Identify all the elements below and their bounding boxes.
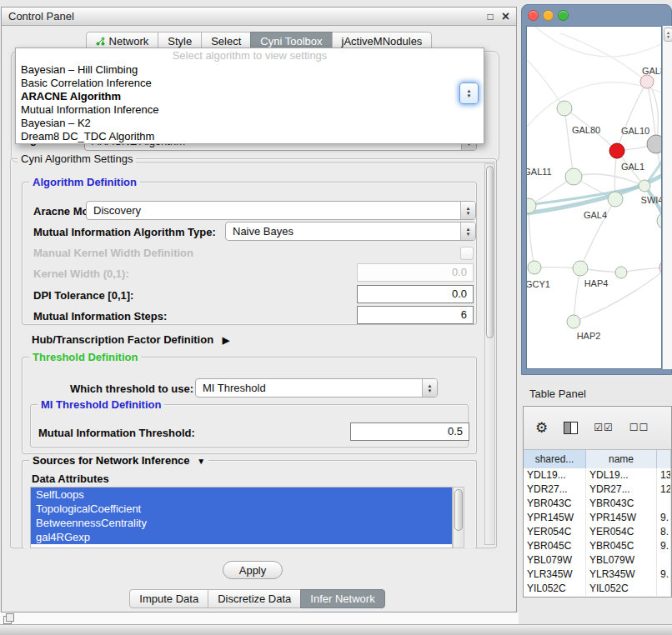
- table-cell[interactable]: YER054C: [586, 525, 657, 539]
- control-panel-titlebar: Control Panel □ ×: [2, 8, 516, 26]
- minimize-traffic-light[interactable]: [543, 10, 554, 21]
- network-node-green-a[interactable]: [557, 101, 572, 116]
- table-cell[interactable]: YER054C: [524, 525, 586, 539]
- settings-scrollbar-thumb[interactable]: [486, 166, 494, 338]
- column-header-name[interactable]: name: [586, 450, 657, 468]
- column-header-clipped[interactable]: [657, 450, 671, 468]
- table-row[interactable]: YBR045CYBR045C9.: [524, 539, 671, 553]
- table-cell[interactable]: [657, 497, 671, 511]
- column-selector-icon[interactable]: [564, 422, 578, 434]
- table-cell[interactable]: YPR145W: [524, 511, 586, 525]
- close-icon[interactable]: ×: [502, 9, 509, 24]
- mi-steps-field[interactable]: 6: [357, 306, 474, 324]
- network-scrollbar[interactable]: ▲▼: [662, 26, 672, 369]
- table-cell[interactable]: YBL079W: [586, 553, 657, 568]
- select-all-icon[interactable]: ☑☑: [594, 421, 614, 435]
- table-row[interactable]: YLR345WYLR345W9.: [524, 568, 671, 582]
- table-cell[interactable]: YPR145W: [586, 511, 657, 525]
- dropdown-option-selected[interactable]: ARACNE Algorithm: [16, 90, 484, 103]
- table-cell[interactable]: YDL19...: [524, 468, 586, 482]
- dropdown-option[interactable]: Bayesian – K2: [16, 117, 484, 130]
- table-cell[interactable]: 12: [657, 482, 671, 497]
- apply-button[interactable]: Apply: [223, 561, 283, 579]
- which-threshold-combobox[interactable]: MI Threshold ▲▼: [195, 378, 438, 398]
- mi-threshold-field[interactable]: 0.5: [350, 422, 469, 441]
- close-traffic-light[interactable]: [528, 10, 539, 21]
- network-node-green-mid[interactable]: [615, 267, 627, 278]
- combo-stepper-icon[interactable]: ▲▼: [460, 202, 475, 219]
- tab-impute-data[interactable]: Impute Data: [129, 589, 208, 608]
- list-item[interactable]: BetweennessCentrality: [31, 516, 452, 530]
- aracne-mode-combobox[interactable]: Discovery ▲▼: [86, 201, 476, 220]
- dropdown-option[interactable]: Mutual Information Inference: [16, 103, 484, 117]
- table-cell[interactable]: YIL052C: [524, 582, 586, 596]
- mi-type-combobox[interactable]: Naive Bayes ▲▼: [225, 222, 476, 241]
- network-node-gray-hub[interactable]: [647, 135, 662, 153]
- combo-stepper-icon[interactable]: ▲▼: [460, 222, 475, 240]
- sources-group-toggle[interactable]: Sources for Network Inference ▼: [29, 454, 208, 467]
- list-item[interactable]: gal4RGexp: [31, 530, 452, 544]
- table-row[interactable]: YER054CYER054C8.: [524, 525, 671, 539]
- table-cell[interactable]: YLR345W: [586, 568, 657, 582]
- table-cell[interactable]: YIL052C: [586, 582, 657, 596]
- focused-combo-stepper-icon[interactable]: ▲▼: [459, 82, 479, 104]
- attributes-list-scrollbar[interactable]: [453, 487, 464, 548]
- zoom-traffic-light[interactable]: [558, 10, 569, 21]
- float-window-icon[interactable]: □: [487, 11, 493, 22]
- table-cell[interactable]: 9.: [657, 539, 671, 553]
- network-node-green-hap2[interactable]: [567, 315, 580, 328]
- network-node-green-gal11[interactable]: [565, 168, 582, 185]
- table-cell[interactable]: YDR27...: [586, 482, 657, 497]
- network-scrollbar-stepper-icon[interactable]: ▲▼: [664, 28, 672, 42]
- table-cell[interactable]: YDL19...: [586, 468, 657, 482]
- list-item[interactable]: SelfLoops: [31, 488, 452, 502]
- table-cell[interactable]: YBL079W: [524, 553, 586, 568]
- table-cell[interactable]: [657, 553, 671, 568]
- combo-stepper-icon[interactable]: ▲▼: [422, 379, 437, 397]
- table-row[interactable]: YDR27...YDR27...12: [524, 482, 671, 497]
- table-row[interactable]: YIL052CYIL052C: [524, 582, 671, 596]
- network-node-green-hap4[interactable]: [573, 261, 588, 276]
- deselect-all-icon[interactable]: ☐☐: [629, 421, 649, 435]
- float-panel-icon[interactable]: [3, 613, 14, 624]
- manual-kernel-checkbox[interactable]: [460, 247, 474, 260]
- network-node-green-gal1[interactable]: [639, 180, 650, 192]
- tab-discretize-data[interactable]: Discretize Data: [208, 589, 301, 608]
- attributes-list-scrollbar-thumb[interactable]: [454, 489, 463, 531]
- table-cell[interactable]: YDR27...: [524, 482, 586, 497]
- dropdown-option[interactable]: Bayesian – Hill Climbing: [16, 63, 484, 77]
- table-cell[interactable]: YLR345W: [524, 568, 586, 582]
- network-node-green-gcy1[interactable]: [528, 261, 541, 274]
- settings-scrollbar[interactable]: [484, 163, 495, 545]
- tab-label: jActiveMNodules: [342, 35, 423, 48]
- network-node-label: GCY1: [527, 279, 550, 289]
- dpi-tolerance-label: DPI Tolerance [0,1]:: [33, 289, 133, 302]
- gear-icon[interactable]: ⚙: [535, 421, 548, 435]
- table-cell[interactable]: [657, 582, 671, 596]
- network-node-red-gal10[interactable]: [609, 143, 624, 158]
- table-row[interactable]: YPR145WYPR145W9.: [524, 511, 671, 525]
- network-node-pink-top[interactable]: [640, 75, 654, 88]
- table-cell[interactable]: YBR045C: [586, 539, 657, 553]
- network-node-label: GAL80: [572, 125, 600, 135]
- table-cell[interactable]: YBR045C: [524, 539, 586, 553]
- table-cell[interactable]: 13: [657, 468, 671, 482]
- table-cell[interactable]: 9.: [657, 511, 671, 525]
- table-row[interactable]: YBL079WYBL079W: [524, 553, 671, 568]
- dpi-tolerance-field[interactable]: 0.0: [357, 285, 474, 303]
- network-node-green-gal4[interactable]: [608, 192, 623, 207]
- kernel-width-field[interactable]: 0.0: [357, 263, 474, 282]
- hub-section-toggle[interactable]: Hub/Transcription Factor Definition ▶: [32, 333, 229, 346]
- table-cell[interactable]: 8.: [657, 525, 671, 539]
- dropdown-option[interactable]: Basic Correlation Inference: [16, 77, 484, 90]
- table-row[interactable]: YDL19...YDL19...13: [524, 468, 671, 482]
- table-cell[interactable]: 9.: [657, 568, 671, 582]
- list-item[interactable]: TopologicalCoefficient: [31, 502, 452, 516]
- dropdown-option[interactable]: Dream8 DC_TDC Algorithm: [16, 130, 484, 143]
- tab-infer-network[interactable]: Infer Network: [300, 589, 384, 608]
- column-header-shared[interactable]: shared...: [524, 450, 586, 468]
- table-row[interactable]: YBR043CYBR043C: [524, 497, 671, 511]
- table-cell[interactable]: YBR043C: [524, 497, 586, 511]
- table-cell[interactable]: YBR043C: [586, 497, 657, 511]
- network-canvas[interactable]: GAL8GAL80GAL10GAL11GAL1SWI4GAL4GCY1HAP4H…: [526, 26, 662, 369]
